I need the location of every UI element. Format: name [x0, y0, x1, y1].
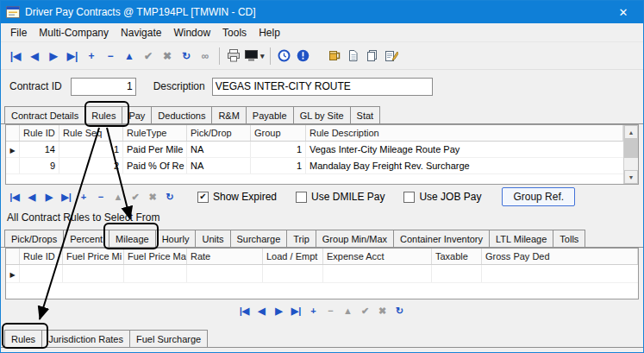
cell-rule-id[interactable]: 14	[20, 142, 59, 157]
col-rule-id[interactable]: Rule ID	[20, 249, 63, 264]
mileage-grid-row[interactable]: ▶	[6, 265, 638, 283]
cell-expense-acct[interactable]	[323, 265, 432, 282]
nav-prev-button[interactable]: ◀	[24, 189, 40, 205]
show-expired-checkbox[interactable]: ✔	[197, 192, 209, 203]
scroll-down-icon[interactable]: ▼	[624, 170, 638, 184]
tab-jurisdiction-rates[interactable]: Jurisdiction Rates	[41, 330, 130, 347]
tab-trip[interactable]: Trip	[286, 230, 316, 247]
tab-ltl-mileage[interactable]: LTL Mileage	[489, 230, 553, 247]
tab-units[interactable]: Units	[195, 230, 230, 247]
nav-last-button[interactable]: ▶|	[289, 303, 304, 318]
show-expired-checkbox-group[interactable]: ✔ Show Expired	[197, 191, 277, 203]
add-record-button[interactable]: +	[83, 47, 100, 66]
scroll-thumb[interactable]	[624, 139, 638, 158]
nav-add-button[interactable]: +	[306, 303, 322, 318]
screen-select-button[interactable]: ▾	[244, 47, 265, 66]
cell-rule-type[interactable]: Paid % Of Re	[123, 158, 187, 173]
cell-pick-drop[interactable]: NA	[187, 142, 251, 157]
cell-rule-id[interactable]	[20, 265, 63, 282]
nav-add-button[interactable]: +	[76, 189, 91, 205]
nav-refresh-button[interactable]: ↻	[162, 189, 178, 205]
nav-cancel-button[interactable]: ✖	[145, 189, 160, 205]
rules-grid-vscrollbar[interactable]: ▲ ▼	[623, 125, 638, 184]
nav-last-button[interactable]: ▶|	[59, 189, 74, 205]
tab-contract-details[interactable]: Contract Details	[4, 106, 85, 123]
col-pick-drop[interactable]: Pick/Drop	[187, 125, 251, 141]
col-expense-acct[interactable]: Expense Acct	[323, 249, 432, 264]
info-button[interactable]	[295, 47, 312, 66]
col-fuel-price-max[interactable]: Fuel Price Max	[124, 249, 187, 264]
cell-taxable[interactable]	[432, 265, 482, 282]
nav-refresh-button[interactable]: ↻	[392, 303, 408, 318]
rules-grid-row[interactable]: ▶ 14 1 Paid Per Mile NA 1 Vegas Inter-Ci…	[6, 142, 623, 158]
cell-rate[interactable]	[187, 265, 263, 282]
cell-group[interactable]: 1	[251, 142, 306, 157]
close-button[interactable]: ✕	[603, 1, 643, 23]
tab-pay[interactable]: Pay	[122, 106, 152, 123]
scroll-up-icon[interactable]: ▲	[624, 125, 638, 139]
tab-pick-drops[interactable]: Pick/Drops	[4, 230, 64, 247]
cell-load-empty[interactable]	[263, 265, 323, 282]
nav-accept-button[interactable]: ✔	[358, 303, 373, 318]
nav-restore-button[interactable]: ▲	[341, 303, 356, 318]
menu-item-window[interactable]: Window	[167, 25, 216, 41]
col-group[interactable]: Group	[251, 125, 306, 141]
contract-id-input[interactable]	[71, 78, 136, 96]
tab-stat[interactable]: Stat	[350, 106, 381, 123]
last-record-button[interactable]: ▶|	[64, 47, 81, 66]
description-input[interactable]	[212, 78, 433, 96]
cell-rule-description[interactable]: Mandalay Bay Freight Rev. Surcharge	[306, 158, 623, 173]
use-dmile-checkbox[interactable]	[296, 192, 307, 203]
accept-button[interactable]: ✔	[140, 47, 157, 66]
mug-button[interactable]	[326, 47, 343, 66]
nav-first-button[interactable]: |◀	[237, 303, 253, 318]
view-button[interactable]: ∞	[197, 47, 214, 66]
dropdown-arrow-icon[interactable]: ▾	[260, 52, 265, 60]
use-job-checkbox[interactable]	[403, 192, 415, 203]
nav-prev-button[interactable]: ◀	[254, 303, 270, 318]
tab-group-min-max[interactable]: Group Min/Max	[316, 230, 394, 247]
prev-record-button[interactable]: ◀	[26, 47, 43, 66]
edit-notes-button[interactable]	[383, 47, 400, 66]
nav-next-button[interactable]: ▶	[272, 303, 287, 318]
cell-fuel-price-min[interactable]	[63, 265, 124, 282]
col-rule-seq[interactable]: Rule Seq	[59, 125, 123, 141]
tab-gl-by-site[interactable]: GL by Site	[293, 106, 351, 123]
menu-item-tools[interactable]: Tools	[216, 25, 253, 41]
menu-item-file[interactable]: File	[4, 25, 33, 41]
use-job-checkbox-group[interactable]: Use JOB Pay	[403, 191, 481, 203]
col-fuel-price-min[interactable]: Fuel Price Mi	[63, 249, 124, 264]
clock-button[interactable]	[276, 47, 293, 66]
cell-rule-seq[interactable]: 1	[59, 142, 123, 157]
col-rule-id[interactable]: Rule ID	[20, 125, 59, 141]
nav-first-button[interactable]: |◀	[7, 189, 22, 205]
group-ref-button[interactable]: Group Ref.	[502, 187, 575, 206]
first-record-button[interactable]: |◀	[7, 47, 24, 66]
tab-mileage[interactable]: Mileage	[109, 230, 156, 247]
refresh-button[interactable]: ↻	[178, 47, 195, 66]
cancel-button[interactable]: ✖	[159, 47, 176, 66]
cell-rule-id[interactable]: 9	[20, 158, 59, 173]
tab-rules[interactable]: Rules	[84, 106, 122, 123]
tab-surcharge[interactable]: Surcharge	[230, 230, 288, 247]
copy-page-button[interactable]	[345, 47, 362, 66]
next-record-button[interactable]: ▶	[45, 47, 62, 66]
col-load-empty[interactable]: Load / Empt	[263, 249, 323, 264]
tab-percent[interactable]: Percent	[63, 230, 109, 247]
nav-delete-button[interactable]: −	[93, 189, 109, 205]
cell-fuel-price-max[interactable]	[124, 265, 187, 282]
cell-rule-type[interactable]: Paid Per Mile	[123, 142, 187, 157]
use-dmile-checkbox-group[interactable]: Use DMILE Pay	[296, 191, 385, 203]
nav-accept-button[interactable]: ✔	[128, 189, 143, 205]
col-gross-pay-ded[interactable]: Gross Pay Ded	[482, 249, 638, 264]
tab-fuel-surcharge[interactable]: Fuel Surcharge	[129, 330, 208, 347]
tab-payable[interactable]: Payable	[246, 106, 294, 123]
col-rule-type[interactable]: RuleType	[123, 125, 187, 141]
menu-item-multi-company[interactable]: Multi-Company	[33, 25, 115, 41]
documents-button[interactable]	[364, 47, 381, 66]
cell-rule-seq[interactable]: 2	[59, 158, 123, 173]
tab-rm[interactable]: R&M	[211, 106, 246, 123]
rules-grid-row[interactable]: 9 2 Paid % Of Re NA 1 Mandalay Bay Freig…	[6, 158, 623, 174]
tab-deductions[interactable]: Deductions	[151, 106, 212, 123]
nav-delete-button[interactable]: −	[323, 303, 339, 318]
